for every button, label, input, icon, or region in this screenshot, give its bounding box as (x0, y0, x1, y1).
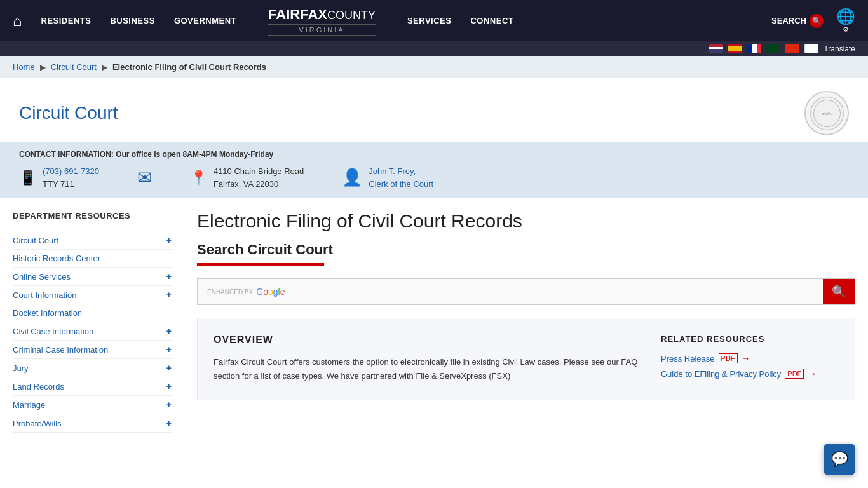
address-line2: Fairfax, VA 22030 (214, 179, 278, 189)
person-icon: 👤 (342, 168, 362, 187)
sidebar-link-docket-information[interactable]: Docket Information (13, 308, 82, 318)
sidebar-plus-civil-case[interactable]: + (166, 326, 172, 336)
search-box: ENHANCED BY Google 🔍 (197, 278, 855, 305)
sidebar-link-jury[interactable]: Jury (13, 363, 29, 373)
contact-items: 📱 (703) 691-7320 TTY 711 ✉ 📍 4110 Chain … (19, 165, 849, 190)
contact-phone: 📱 (703) 691-7320 TTY 711 (19, 165, 99, 190)
flag-kr[interactable] (804, 44, 818, 53)
sidebar-link-criminal-case[interactable]: Criminal Case Information (13, 345, 108, 355)
related-link-guide[interactable]: Guide to EFiling & Privacy Policy PDF → (661, 369, 839, 379)
arrow-icon-2: → (808, 369, 817, 379)
home-icon[interactable]: ⌂ (13, 12, 22, 30)
svg-text:SEAL: SEAL (821, 111, 832, 116)
sidebar-link-online-services[interactable]: Online Services (13, 272, 71, 281)
sidebar-item-court-information[interactable]: Court Information + (13, 286, 172, 304)
clerk-name[interactable]: John T. Frey, (369, 166, 416, 176)
sidebar-item-marriage[interactable]: Marriage + (13, 396, 172, 414)
pdf-icon-1: PDF (719, 353, 738, 363)
logo-county: COUNTY (327, 9, 376, 22)
sidebar-item-jury[interactable]: Jury + (13, 359, 172, 377)
nav-business[interactable]: BUSINESS (110, 16, 154, 25)
press-release-label: Press Release (661, 354, 715, 363)
sidebar-item-circuit-court[interactable]: Circuit Court + (13, 231, 172, 250)
breadcrumb-circuit-court[interactable]: Circuit Court (51, 62, 97, 72)
sidebar-item-docket-information[interactable]: Docket Information (13, 304, 172, 322)
nav-services[interactable]: SERVICES (407, 16, 452, 25)
site-logo: FAIRFAXCOUNTY VIRGINIA (268, 6, 376, 36)
sidebar-item-online-services[interactable]: Online Services + (13, 268, 172, 286)
overview-right: RELATED RESOURCES Press Release PDF → Gu… (661, 334, 839, 384)
search-icon[interactable]: 🔍 (810, 14, 824, 28)
globe-settings[interactable]: 🌐 ⚙ (836, 8, 855, 34)
translate-bar: Translate (0, 41, 868, 56)
overview-title: OVERVIEW (214, 334, 642, 346)
contact-bar: CONTACT INFORMATION: Our office is open … (0, 142, 868, 198)
search-section-header: Search Circuit Court (197, 241, 855, 258)
sidebar-link-land-records[interactable]: Land Records (13, 382, 64, 391)
contact-address: 📍 4110 Chain Bridge Road Fairfax, VA 220… (190, 165, 304, 190)
logo-virginia: VIRGINIA (268, 24, 376, 36)
county-seal: SEAL (804, 91, 849, 135)
sidebar-link-marriage[interactable]: Marriage (13, 400, 45, 410)
settings-icon: ⚙ (843, 25, 849, 34)
sidebar-plus-online-services[interactable]: + (166, 271, 172, 281)
sidebar-plus-probate[interactable]: + (166, 418, 172, 428)
overview-text: Fairfax Circuit Court offers customers t… (214, 355, 642, 383)
nav-residents[interactable]: RESIDENTS (41, 16, 92, 25)
nav-government[interactable]: GOVERNMENT (174, 16, 236, 25)
flag-cn[interactable] (785, 44, 799, 53)
related-link-press-release[interactable]: Press Release PDF → (661, 353, 839, 363)
e1: e (280, 287, 285, 297)
contact-email: ✉ (137, 167, 152, 188)
search-button[interactable]: 🔍 (823, 279, 855, 304)
arrow-icon-1: → (742, 353, 750, 363)
sidebar-item-criminal-case[interactable]: Criminal Case Information + (13, 341, 172, 359)
search-nav[interactable]: SEARCH 🔍 (771, 14, 824, 28)
sidebar-item-historic-records[interactable]: Historic Records Center (13, 250, 172, 268)
sidebar-link-civil-case[interactable]: Civil Case Information (13, 327, 93, 336)
sidebar-link-circuit-court[interactable]: Circuit Court (13, 236, 58, 245)
sidebar-item-probate[interactable]: Probate/Wills + (13, 414, 172, 433)
g2: g (273, 287, 278, 297)
nav-right: SEARCH 🔍 🌐 ⚙ (771, 8, 855, 34)
sidebar-item-land-records[interactable]: Land Records + (13, 377, 172, 396)
nav-connect[interactable]: CONNECT (470, 16, 513, 25)
content-area: Electronic Filing of Civil Court Records… (184, 210, 855, 433)
sidebar-plus-marriage[interactable]: + (166, 400, 172, 410)
enhanced-label: ENHANCED BY (207, 288, 253, 295)
sidebar-link-historic-records[interactable]: Historic Records Center (13, 254, 100, 263)
overview-box: OVERVIEW Fairfax Circuit Court offers cu… (197, 318, 855, 400)
email-icon[interactable]: ✉ (137, 167, 152, 188)
sidebar-link-court-information[interactable]: Court Information (13, 290, 76, 300)
clerk-title[interactable]: Clerk of the Court (369, 179, 433, 189)
flag-fr[interactable] (747, 44, 761, 53)
section-underline (197, 263, 324, 266)
overview-left: OVERVIEW Fairfax Circuit Court offers cu… (214, 334, 642, 384)
contact-clerk-text: John T. Frey, Clerk of the Court (369, 165, 433, 190)
flag-pk[interactable] (766, 44, 780, 53)
pdf-icon-2: PDF (785, 369, 804, 379)
o1: o (263, 287, 268, 297)
sidebar-item-civil-case[interactable]: Civil Case Information + (13, 322, 172, 341)
chat-widget[interactable]: 💬 (824, 444, 855, 445)
breadcrumb-home[interactable]: Home (13, 62, 35, 72)
main-content: DEPARTMENT RESOURCES Circuit Court + His… (0, 198, 868, 445)
sidebar-plus-jury[interactable]: + (166, 363, 172, 373)
sidebar-link-probate[interactable]: Probate/Wills (13, 419, 62, 428)
page-title: Circuit Court (19, 103, 118, 123)
translate-text[interactable]: Translate (824, 44, 855, 53)
phone-link[interactable]: (703) 691-7320 (43, 166, 99, 176)
sidebar-plus-land-records[interactable]: + (166, 381, 172, 391)
sidebar-plus-court-information[interactable]: + (166, 290, 172, 300)
contact-phone-text: (703) 691-7320 TTY 711 (43, 165, 99, 190)
sidebar-plus-criminal-case[interactable]: + (166, 344, 172, 355)
address-line1: 4110 Chain Bridge Road (214, 166, 304, 176)
flag-us[interactable] (709, 44, 723, 53)
search-input-area: ENHANCED BY Google (198, 279, 823, 304)
flag-es[interactable] (728, 44, 742, 53)
breadcrumb-sep1: ▶ (40, 63, 46, 72)
sidebar-plus-circuit-court[interactable]: + (166, 235, 172, 245)
sidebar-title: DEPARTMENT RESOURCES (13, 210, 172, 222)
tty-text: TTY 711 (43, 179, 74, 189)
g1: G (256, 287, 263, 297)
